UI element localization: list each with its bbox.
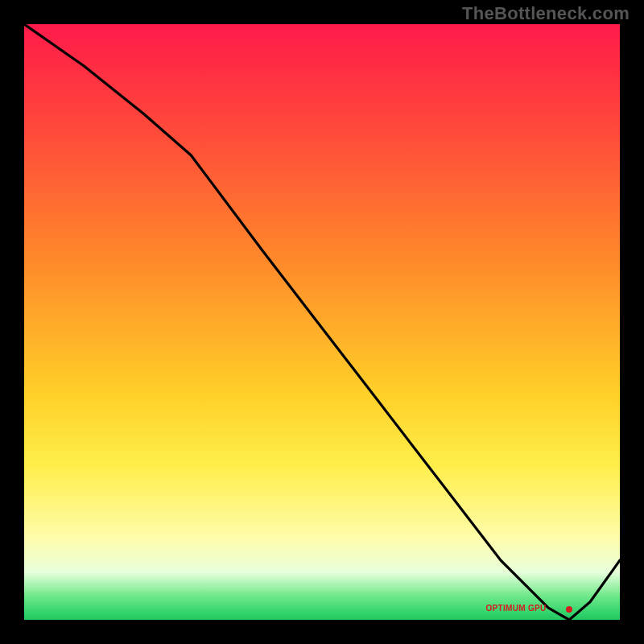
optimum-marker-label: OPTIMUM GPU [486,604,547,613]
plot-area: OPTIMUM GPU [24,24,620,620]
chart-page: TheBottleneck.com OPTIMUM GPU [0,0,644,644]
optimum-marker-dot [566,606,572,613]
bottleneck-curve [24,24,620,620]
watermark-text: TheBottleneck.com [462,3,630,24]
